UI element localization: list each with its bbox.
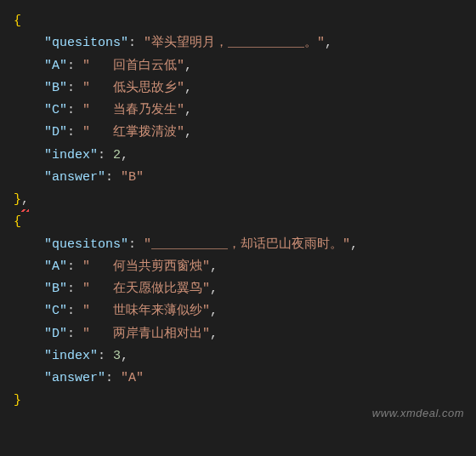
json-key: "A" — [44, 259, 67, 274]
comma: , — [210, 259, 218, 274]
indent — [14, 148, 44, 162]
comma: , — [210, 304, 218, 318]
json-string: " 世味年来薄似纱" — [82, 304, 210, 318]
indent — [14, 237, 44, 252]
indent — [14, 36, 44, 50]
code-line[interactable]: "C": " 当春乃发生", — [14, 100, 476, 122]
brace-open: { — [14, 14, 21, 28]
brace-close: } — [14, 192, 21, 207]
indent — [14, 304, 44, 318]
code-line[interactable]: { — [14, 211, 476, 233]
json-string: "A" — [121, 371, 144, 385]
code-line[interactable]: "quesitons": "__________，却话巴山夜雨时。", — [14, 234, 476, 256]
code-line[interactable]: "B": " 低头思故乡", — [14, 77, 476, 100]
error-squiggle: , — [21, 189, 29, 211]
comma: , — [184, 81, 192, 95]
json-key: "B" — [44, 282, 67, 296]
json-string: " 何当共剪西窗烛" — [82, 259, 210, 274]
comma: , — [350, 237, 358, 252]
json-key: "quesitons" — [44, 237, 128, 252]
comma: , — [210, 327, 218, 341]
colon: : — [105, 170, 121, 185]
code-line[interactable]: "answer": "A" — [14, 368, 476, 390]
colon: : — [98, 148, 113, 162]
json-key: "D" — [44, 327, 67, 341]
code-line[interactable]: "D": " 两岸青山相对出", — [14, 323, 476, 345]
indent — [14, 327, 44, 341]
json-key: "answer" — [44, 170, 105, 185]
indent — [14, 371, 44, 385]
code-line[interactable]: "D": " 红掌拨清波", — [14, 122, 476, 144]
comma: , — [325, 36, 332, 50]
colon: : — [67, 81, 82, 95]
colon: : — [128, 36, 144, 50]
brace-close: } — [14, 393, 21, 408]
json-string: " 在天愿做比翼鸟" — [82, 282, 210, 296]
colon: : — [105, 371, 121, 385]
indent — [14, 259, 44, 274]
json-string: "__________，却话巴山夜雨时。" — [144, 237, 350, 252]
watermark: www.xmdeal.com — [372, 404, 464, 424]
json-number: 3 — [113, 349, 121, 363]
json-key: "C" — [44, 103, 67, 117]
indent — [14, 125, 44, 140]
json-string: "B" — [121, 170, 144, 185]
json-string: " 红掌拨清波" — [82, 125, 184, 140]
json-number: 2 — [113, 148, 121, 162]
colon: : — [67, 259, 82, 274]
comma: , — [184, 59, 192, 73]
colon: : — [67, 327, 82, 341]
trailing-comma: , — [21, 192, 29, 207]
json-string: " 当春乃发生" — [82, 103, 184, 117]
json-key: "D" — [44, 125, 67, 140]
indent — [14, 170, 44, 185]
json-key: "index" — [44, 349, 98, 363]
code-line[interactable]: }, — [14, 189, 476, 211]
comma: , — [121, 148, 128, 162]
code-line[interactable]: "answer": "B" — [14, 167, 476, 189]
json-string: " 回首白云低" — [82, 59, 184, 73]
json-key: "C" — [44, 304, 67, 318]
colon: : — [67, 125, 82, 140]
indent — [14, 282, 44, 296]
code-line[interactable]: "A": " 回首白云低", — [14, 55, 476, 77]
indent — [14, 103, 44, 117]
colon: : — [67, 282, 82, 296]
indent — [14, 81, 44, 95]
json-string: " 低头思故乡" — [82, 81, 184, 95]
colon: : — [128, 237, 144, 252]
code-line[interactable]: "quesitons": "举头望明月，__________。", — [14, 32, 476, 54]
colon: : — [67, 304, 82, 318]
indent — [14, 59, 44, 73]
json-key: "B" — [44, 81, 67, 95]
comma: , — [121, 349, 128, 363]
colon: : — [98, 349, 113, 363]
code-line[interactable]: "A": " 何当共剪西窗烛", — [14, 256, 476, 278]
code-line[interactable]: "index": 3, — [14, 345, 476, 368]
json-string: "举头望明月，__________。" — [144, 36, 325, 50]
comma: , — [184, 103, 192, 117]
code-line[interactable]: "index": 2, — [14, 145, 476, 167]
json-key: "A" — [44, 59, 67, 73]
json-key: "index" — [44, 148, 98, 162]
comma: , — [210, 282, 218, 296]
json-key: "quesitons" — [44, 36, 128, 50]
brace-open: { — [14, 214, 21, 229]
indent — [14, 349, 44, 363]
code-line[interactable]: "C": " 世味年来薄似纱", — [14, 300, 476, 322]
code-line[interactable]: { — [14, 10, 476, 32]
comma: , — [184, 125, 192, 140]
json-string: " 两岸青山相对出" — [82, 327, 210, 341]
colon: : — [67, 59, 82, 73]
json-key: "answer" — [44, 371, 105, 385]
colon: : — [67, 103, 82, 117]
code-line[interactable]: "B": " 在天愿做比翼鸟", — [14, 278, 476, 300]
